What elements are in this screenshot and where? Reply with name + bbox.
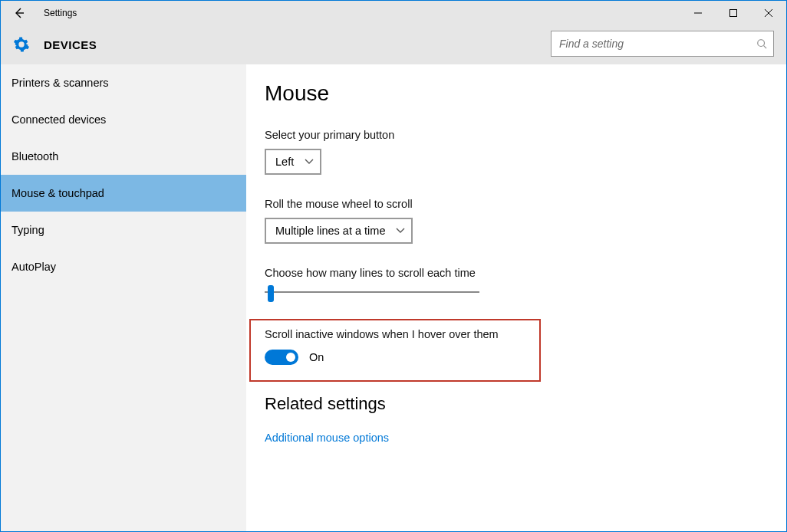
sidebar-item-label: Connected devices (12, 113, 106, 126)
sidebar-item-typing[interactable]: Typing (1, 212, 246, 248)
wheel-scroll-dropdown[interactable]: Multiple lines at a time (265, 218, 413, 244)
svg-point-1 (758, 40, 765, 47)
sidebar-item-label: AutoPlay (12, 261, 56, 273)
additional-mouse-options-link[interactable]: Additional mouse options (265, 432, 389, 444)
dropdown-value: Left (275, 156, 294, 168)
close-button[interactable] (751, 1, 786, 25)
header: DEVICES (1, 25, 786, 64)
toggle-knob (286, 353, 295, 362)
maximize-icon (729, 9, 737, 17)
back-arrow-icon (13, 7, 25, 19)
search-icon (750, 38, 773, 49)
dropdown-value: Multiple lines at a time (275, 225, 385, 237)
lines-scroll-slider[interactable] (265, 291, 479, 293)
sidebar-item-label: Printers & scanners (12, 77, 109, 89)
content: Mouse Select your primary button Left Ro… (246, 64, 786, 531)
page-title: Mouse (265, 81, 786, 106)
inactive-scroll-label: Scroll inactive windows when I hover ove… (265, 328, 539, 340)
chevron-down-icon (305, 159, 314, 165)
close-icon (765, 9, 772, 17)
svg-rect-0 (730, 9, 737, 16)
lines-scroll-label: Choose how many lines to scroll each tim… (265, 267, 786, 279)
chevron-down-icon (396, 228, 405, 234)
sidebar: Printers & scanners Connected devices Bl… (1, 64, 246, 531)
sidebar-item-mouse-touchpad[interactable]: Mouse & touchpad (1, 175, 246, 212)
inactive-scroll-toggle[interactable] (265, 350, 298, 365)
sidebar-item-label: Mouse & touchpad (12, 187, 104, 199)
sidebar-item-printers[interactable]: Printers & scanners (1, 64, 246, 101)
sidebar-item-bluetooth[interactable]: Bluetooth (1, 138, 246, 175)
body: Printers & scanners Connected devices Bl… (1, 64, 786, 531)
search-box[interactable] (551, 31, 774, 57)
sidebar-item-label: Bluetooth (12, 150, 58, 163)
minimize-button[interactable] (680, 1, 716, 25)
related-settings-title: Related settings (265, 394, 786, 414)
primary-button-label: Select your primary button (265, 129, 786, 141)
gear-icon (10, 36, 33, 53)
inactive-scroll-toggle-row: On (265, 350, 539, 365)
window-title: Settings (44, 8, 77, 18)
slider-thumb[interactable] (268, 285, 274, 302)
wheel-scroll-label: Roll the mouse wheel to scroll (265, 198, 786, 210)
back-button[interactable] (1, 1, 38, 25)
search-input[interactable] (552, 31, 750, 56)
window-controls (680, 1, 786, 25)
highlight-annotation: Scroll inactive windows when I hover ove… (249, 319, 541, 382)
header-title: DEVICES (44, 38, 97, 51)
sidebar-item-autoplay[interactable]: AutoPlay (1, 248, 246, 285)
settings-window: Settings DEVICES Printers & s (0, 0, 787, 532)
minimize-icon (694, 9, 702, 17)
maximize-button[interactable] (716, 1, 751, 25)
toggle-state-label: On (309, 351, 324, 363)
sidebar-item-label: Typing (12, 224, 44, 236)
titlebar: Settings (1, 1, 786, 25)
primary-button-dropdown[interactable]: Left (265, 149, 321, 175)
sidebar-item-connected-devices[interactable]: Connected devices (1, 101, 246, 138)
